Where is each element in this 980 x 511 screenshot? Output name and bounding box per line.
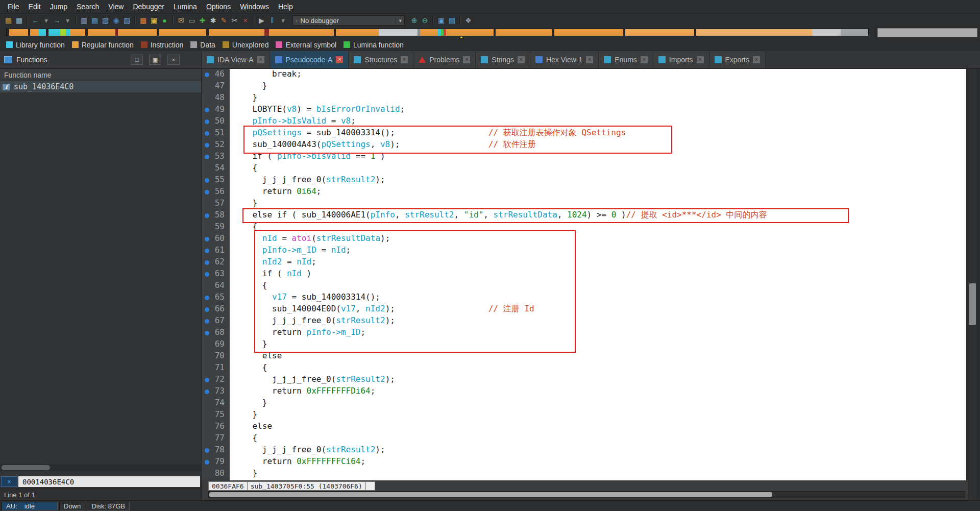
cut-icon[interactable]: ✂: [229, 15, 240, 26]
code-line[interactable]: {: [230, 280, 966, 292]
debugger-run-to-icon[interactable]: ⊕: [409, 15, 420, 26]
code-line[interactable]: if ( nId ): [230, 269, 966, 280]
menu-view[interactable]: View: [104, 1, 128, 13]
code-line[interactable]: pQSettings = sub_140003314(); // 获取注册表操作…: [230, 128, 966, 139]
debugger-attach-icon[interactable]: ⊖: [420, 15, 430, 26]
code-line[interactable]: sub_140004A43(pQSettings, v8); // 软件注册: [230, 139, 966, 151]
code-line[interactable]: nId2 = nId;: [230, 257, 966, 269]
jump-name-icon[interactable]: ▤: [89, 15, 100, 26]
code-line[interactable]: pInfo->m_ID = nId;: [230, 245, 966, 257]
close-view-icon[interactable]: ×: [240, 15, 251, 26]
code-line[interactable]: else: [230, 351, 966, 362]
jump-xref-icon[interactable]: ▨: [121, 15, 132, 26]
menu-jump[interactable]: Jump: [45, 1, 72, 13]
code-line[interactable]: else if ( sub_140006AE1(pInfo, strResult…: [230, 210, 966, 222]
panel-float-button[interactable]: ▣: [149, 55, 161, 65]
code-line[interactable]: sub_140004E0D(v17, nId2); // 注册 Id: [230, 304, 966, 315]
menu-windows[interactable]: Windows: [235, 1, 274, 13]
navigate-forward-icon[interactable]: →: [52, 15, 62, 26]
code-line[interactable]: }: [230, 92, 966, 104]
debugger-pause-icon[interactable]: ‖: [267, 15, 278, 26]
scrollbar-thumb[interactable]: [2, 465, 50, 470]
tab-pseudocode-a[interactable]: Pseudocode-A×: [270, 51, 349, 68]
tab-structures[interactable]: Structures×: [349, 51, 413, 68]
code-line[interactable]: j_j_j_free_0(strResult2);: [230, 374, 966, 386]
tab-enums[interactable]: Enums×: [599, 51, 653, 68]
code-line[interactable]: return 0xFFFFFFFDi64;: [230, 386, 966, 398]
open-file-icon[interactable]: ▤: [3, 15, 14, 26]
code-line[interactable]: }: [230, 81, 966, 92]
close-icon[interactable]: ×: [257, 56, 264, 63]
code-line[interactable]: {: [230, 362, 966, 374]
close-icon[interactable]: ×: [697, 56, 704, 63]
menu-edit[interactable]: Edit: [24, 1, 45, 13]
code-line[interactable]: }: [230, 468, 966, 480]
vertical-scrollbar[interactable]: [968, 69, 976, 500]
menu-lumina[interactable]: Lumina: [169, 1, 202, 13]
tab-ida-view-a[interactable]: IDA View-A×: [202, 51, 270, 68]
code-line[interactable]: }: [230, 409, 966, 421]
code-line[interactable]: {: [230, 163, 966, 175]
panel-close-button[interactable]: ×: [167, 55, 180, 65]
tab-problems[interactable]: Problems×: [413, 51, 476, 68]
code-line[interactable]: pInfo->bIsValid = v8;: [230, 116, 966, 128]
scrollbar-thumb[interactable]: [209, 492, 772, 497]
address-field[interactable]: 00014036E4C0: [18, 476, 200, 487]
functions-column-header[interactable]: Function name: [0, 69, 201, 81]
close-icon[interactable]: ×: [336, 56, 343, 63]
code-line[interactable]: break;: [230, 69, 966, 81]
code-line[interactable]: j_j_j_free_0(strResult2);: [230, 445, 966, 456]
menu-search[interactable]: Search: [72, 1, 104, 13]
navigation-band[interactable]: [6, 29, 869, 36]
tab-hex-view-1[interactable]: Hex View-1×: [530, 51, 599, 68]
mail-report-icon[interactable]: ✉: [176, 15, 186, 26]
code-line[interactable]: else: [230, 421, 966, 433]
code-line[interactable]: return 0i64;: [230, 186, 966, 198]
edit-icon[interactable]: ✎: [218, 15, 229, 26]
functions-horizontal-scrollbar[interactable]: [0, 464, 201, 471]
navigate-back-menu-icon[interactable]: ▾: [41, 15, 52, 26]
close-icon[interactable]: ×: [463, 56, 470, 63]
save-file-icon[interactable]: ▦: [14, 15, 24, 26]
close-icon[interactable]: ×: [401, 56, 408, 63]
lumina-pull-icon[interactable]: ✚: [197, 15, 208, 26]
search-icon[interactable]: ◉: [111, 15, 121, 26]
code-line[interactable]: j_j_j_free_0(strResult2);: [230, 175, 966, 186]
code-line[interactable]: }: [230, 198, 966, 210]
code-line[interactable]: nId = atoi(strResultData);: [230, 233, 966, 245]
debugger-combo[interactable]: ▪ No debugger ▾: [292, 15, 405, 26]
record-icon[interactable]: ●: [159, 15, 170, 26]
debugger-menu-icon[interactable]: ▾: [278, 15, 288, 26]
function-list-item[interactable]: fsub_14036E4C0: [0, 81, 201, 92]
filter-clear-button[interactable]: ×: [1, 476, 17, 487]
navigate-forward-menu-icon[interactable]: ▾: [62, 15, 73, 26]
close-icon[interactable]: ×: [641, 56, 648, 63]
code-line[interactable]: return 0xFFFFFFFCi64;: [230, 456, 966, 468]
close-icon[interactable]: ×: [518, 56, 525, 63]
code-line[interactable]: {: [230, 433, 966, 445]
code-line[interactable]: }: [230, 339, 966, 351]
navigate-back-icon[interactable]: ←: [30, 15, 41, 26]
jump-function-icon[interactable]: ▧: [100, 15, 111, 26]
scrollbar-thumb[interactable]: [969, 283, 976, 325]
close-icon[interactable]: ×: [753, 56, 760, 63]
menu-help[interactable]: Help: [274, 1, 298, 13]
menu-options[interactable]: Options: [202, 1, 235, 13]
colorize-icon[interactable]: ✱: [208, 15, 218, 26]
panel-restore-button[interactable]: □: [131, 55, 143, 65]
produce-file-icon[interactable]: ▣: [149, 15, 159, 26]
recent-scripts-icon[interactable]: ▤: [447, 15, 457, 26]
code-line[interactable]: return pInfo->m_ID;: [230, 327, 966, 339]
tab-strings[interactable]: Strings×: [476, 51, 530, 68]
code-line[interactable]: }: [230, 398, 966, 409]
patch-bytes-icon[interactable]: ▩: [138, 15, 149, 26]
pseudocode-view[interactable]: break; } } LOBYTE(v8) = bIsErrorOrInvali…: [230, 69, 966, 480]
close-icon[interactable]: ×: [586, 56, 593, 63]
menu-debugger[interactable]: Debugger: [128, 1, 169, 13]
code-line[interactable]: j_j_j_free_0(strResult2);: [230, 315, 966, 327]
horizontal-scrollbar[interactable]: [208, 491, 965, 498]
tab-exports[interactable]: Exports×: [709, 51, 766, 68]
tab-imports[interactable]: Imports×: [653, 51, 709, 68]
debugger-start-icon[interactable]: ▶: [256, 15, 267, 26]
code-line[interactable]: LOBYTE(v8) = bIsErrorOrInvalid;: [230, 104, 966, 116]
